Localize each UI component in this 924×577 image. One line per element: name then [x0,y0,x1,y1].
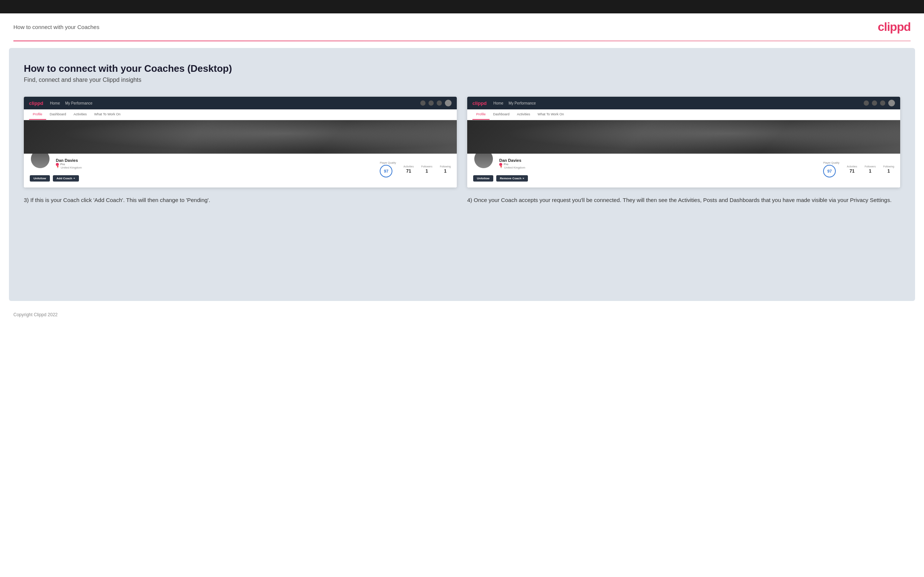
mock-following-value-2: 1 [883,169,894,174]
mock-stat-followers-2: Followers 1 [864,165,876,174]
mock-activities-label-1: Activities [404,165,414,168]
mock-following-value-1: 1 [439,169,451,174]
page-title: How to connect with your Coaches [13,24,99,30]
screenshots-row: clippd Home My Performance Profile [24,97,900,204]
mock-badge-dot-1 [56,163,59,166]
mock-user-icon-1 [428,100,434,106]
mock-actions-1: Unfollow Add Coach + [30,175,82,182]
mock-bell-icon-2 [880,100,885,106]
mock-avatar-icon-1 [445,100,452,106]
mock-unfollow-button-2[interactable]: Unfollow [473,175,493,182]
mock-bell-icon-1 [437,100,442,106]
mock-logo-1: clippd [29,100,43,106]
mock-profile-section-1: Dan Davies Pro 📍 United Kingdom [24,154,457,187]
mock-profile-badge-2: Pro [499,163,528,166]
mock-nav-links-2: Home My Performance [493,101,857,105]
mock-profile-location-2: 📍 United Kingdom [499,166,528,169]
mock-banner-overlay-1 [24,120,457,154]
mock-followers-label-1: Followers [421,165,432,168]
mock-tab-dashboard-2[interactable]: Dashboard [489,110,514,120]
main-heading: How to connect with your Coaches (Deskto… [24,63,900,74]
mock-activities-value-2: 71 [847,169,857,174]
mock-profile-section-2: Dan Davies Pro 📍 United Kingdom [467,154,900,187]
mock-nav-icons-1 [420,100,452,106]
clippd-logo: clippd [878,20,911,34]
mock-addcoach-button-1[interactable]: Add Coach + [53,175,79,182]
mock-nav-icons-2 [864,100,895,106]
mock-badge-dot-2 [499,163,502,166]
mock-followers-label-2: Followers [864,165,876,168]
screenshot-frame-1: clippd Home My Performance Profile [24,97,457,187]
mock-stat-activities-1: Activities 71 [404,165,414,174]
mock-profile-badge-1: Pro [56,163,82,166]
mock-banner-1 [24,120,457,154]
mock-unfollow-button-1[interactable]: Unfollow [30,175,50,182]
mock-nav-2: clippd Home My Performance [467,97,900,110]
mock-tab-whattworkon-1[interactable]: What To Work On [90,110,124,120]
mock-profile-location-1: 📍 United Kingdom [56,166,82,169]
mock-nav-home-1: Home [50,101,60,105]
mock-tab-whattoworkon-2[interactable]: What To Work On [534,110,568,120]
main-subheading: Find, connect and share your Clippd insi… [24,77,900,83]
mock-nav-performance-2: My Performance [509,101,536,105]
mock-tab-activities-2[interactable]: Activities [514,110,534,120]
copyright-text: Copyright Clippd 2022 [13,312,58,318]
mock-actions-2: Unfollow Remove Coach × [473,175,528,182]
mock-nav-performance-1: My Performance [65,101,92,105]
mock-removecoach-button[interactable]: Remove Coach × [496,175,528,182]
mock-followers-value-2: 1 [864,169,876,174]
mock-tab-profile-2[interactable]: Profile [472,110,489,120]
mock-stats-1: Player Quality 97 Activities 71 Follower… [380,161,451,177]
mock-activities-label-2: Activities [847,165,857,168]
mock-stats-2: Player Quality 97 Activities 71 Follower… [823,161,894,177]
mock-nav-home-2: Home [493,101,503,105]
screenshot-col-1: clippd Home My Performance Profile [24,97,457,204]
mock-banner-2 [467,120,900,154]
mock-stat-quality-2: Player Quality 97 [823,161,840,177]
screenshot-col-2: clippd Home My Performance Profile [467,97,900,204]
header: How to connect with your Coaches clippd [0,13,924,40]
description-1: 3) If this is your Coach click 'Add Coac… [24,196,457,204]
mock-profile-info-2: Dan Davies Pro 📍 United Kingdom [499,158,528,169]
description-2: 4) Once your Coach accepts your request … [467,196,900,204]
top-bar [0,0,924,13]
mock-nav-1: clippd Home My Performance [24,97,457,110]
mock-quality-value-2: 97 [823,165,836,177]
mock-quality-label-1: Player Quality [380,161,396,164]
mock-stat-quality-1: Player Quality 97 [380,161,396,177]
mock-stat-following-2: Following 1 [883,165,894,174]
mock-quality-value-1: 97 [380,165,393,177]
mock-logo-2: clippd [472,100,486,106]
mock-search-icon-2 [864,100,869,106]
mock-banner-overlay-2 [467,120,900,154]
footer: Copyright Clippd 2022 [0,308,924,322]
mock-user-icon-2 [872,100,877,106]
mock-avatar-icon-2 [888,100,895,106]
mock-nav-links-1: Home My Performance [50,101,414,105]
mock-stat-followers-1: Followers 1 [421,165,432,174]
mock-stat-following-1: Following 1 [439,165,451,174]
mock-tab-dashboard-1[interactable]: Dashboard [46,110,70,120]
mock-tab-activities-1[interactable]: Activities [70,110,91,120]
mock-profile-name-1: Dan Davies [56,158,82,163]
header-divider [13,40,911,41]
mock-tabs-2: Profile Dashboard Activities What To Wor… [467,110,900,120]
mock-profile-name-2: Dan Davies [499,158,528,163]
mock-following-label-1: Following [439,165,451,168]
mock-stat-activities-2: Activities 71 [847,165,857,174]
mock-tabs-1: Profile Dashboard Activities What To Wor… [24,110,457,120]
mock-profile-info-1: Dan Davies Pro 📍 United Kingdom [56,158,82,169]
mock-quality-label-2: Player Quality [823,161,840,164]
mock-search-icon-1 [420,100,425,106]
screenshot-frame-2: clippd Home My Performance Profile [467,97,900,187]
mock-activities-value-1: 71 [404,169,414,174]
mock-following-label-2: Following [883,165,894,168]
mock-tab-profile-1[interactable]: Profile [29,110,46,120]
main-content: How to connect with your Coaches (Deskto… [9,48,915,301]
mock-followers-value-1: 1 [421,169,432,174]
